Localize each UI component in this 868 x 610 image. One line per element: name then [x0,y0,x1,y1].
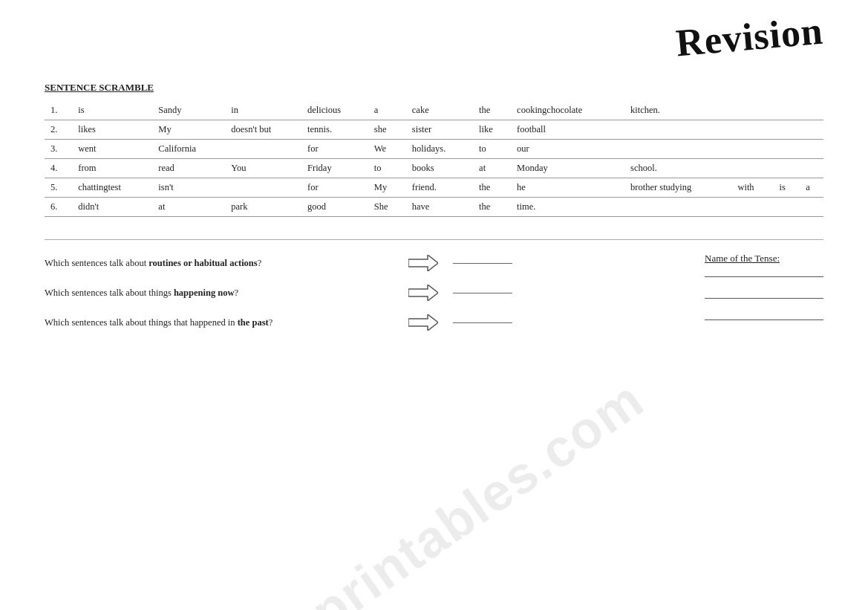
word-cell: to [368,159,406,178]
word-cell: in [225,101,301,120]
word-cell: from [72,159,152,178]
arrow-right-icon [408,314,438,331]
word-cell: kitchen. [624,101,731,120]
word-cell: football [511,120,624,140]
word-cell: brother studying [624,178,731,198]
name-tense-section: Name of the Tense: [705,253,823,341]
arrow-box [401,314,446,331]
question-text: Which sentences talk about things that h… [45,316,401,330]
word-cell: doesn't but [225,120,301,140]
word-cell: didn't [72,198,152,217]
answer-line-short [453,322,512,323]
word-cell: likes [72,120,152,140]
row-number: 3. [45,140,72,159]
table-row: 2.likesMydoesn't buttennis.shesisterlike… [45,120,823,140]
word-cell: he [511,178,624,198]
word-cell: have [406,198,473,217]
word-cell: chattingtest [72,178,152,198]
row-number: 2. [45,120,72,140]
word-cell: our [511,140,624,159]
word-cell: Monday [511,159,624,178]
row-number: 6. [45,198,72,217]
question-text: Which sentences talk about things happen… [45,286,401,300]
svg-marker-0 [408,255,438,271]
name-tense-label: Name of the Tense: [705,253,823,265]
word-cell: she [368,120,406,140]
word-cell: at [152,198,225,217]
word-cell: the [473,178,511,198]
word-cell: time. [511,198,624,217]
word-cell: school. [624,159,731,178]
word-cell: sister [406,120,473,140]
table-row: 3.wentCaliforniaforWeholidays.toour [45,140,823,159]
tense-answer-line-2 [705,298,823,299]
word-cell: cookingchocolate [511,101,624,120]
word-cell: is [72,101,152,120]
word-cell: for [301,178,368,198]
row-number: 1. [45,101,72,120]
word-cell [225,140,301,159]
word-cell: We [368,140,406,159]
word-cell: books [406,159,473,178]
question-text: Which sentences talk about routines or h… [45,256,401,270]
word-cell [225,178,301,198]
word-cell: a [368,101,406,120]
word-cell: cake [406,101,473,120]
arrow-box [401,285,446,301]
table-row: 5.chattingtestisn'tforMyfriend.thehebrot… [45,178,823,198]
arrow-right-icon [408,255,438,271]
word-cell: with [731,178,773,198]
word-cell: isn't [152,178,225,198]
table-row: 6.didn'tatparkgoodShehavethetime. [45,198,823,217]
word-cell: My [368,178,406,198]
tense-answer-line-3 [705,319,823,320]
word-cell: My [152,120,225,140]
word-cell: good [301,198,368,217]
scramble-table: 1.isSandyindeliciousacakethecookingchoco… [45,101,823,217]
word-cell: read [152,159,225,178]
word-cell: holidays. [406,140,473,159]
word-cell: friend. [406,178,473,198]
revision-title: Revision [674,8,825,65]
word-cell: like [473,120,511,140]
word-cell: tennis. [301,120,368,140]
word-cell: You [225,159,301,178]
word-cell: to [473,140,511,159]
word-cell: delicious [301,101,368,120]
word-cell: the [473,101,511,120]
word-cell: at [473,159,511,178]
section-title: SENTENCE SCRAMBLE [45,82,823,94]
row-number: 5. [45,178,72,198]
arrow-box [401,255,446,271]
table-row: 1.isSandyindeliciousacakethecookingchoco… [45,101,823,120]
table-row: 4.fromreadYouFridaytobooksatMondayschool… [45,159,823,178]
word-cell: Sandy [152,101,225,120]
row-number: 4. [45,159,72,178]
answer-line-short [453,263,512,264]
word-cell: park [225,198,301,217]
svg-marker-1 [408,285,438,301]
word-cell: went [72,140,152,159]
word-cell: California [152,140,225,159]
answer-line-short [453,293,512,293]
word-cell: the [473,198,511,217]
arrow-right-icon [408,285,438,301]
word-cell: a [800,178,823,198]
word-cell: for [301,140,368,159]
word-cell: Friday [301,159,368,178]
page: Revision SENTENCE SCRAMBLE 1.isSandyinde… [0,0,868,610]
watermark: ESLprintables.com [214,369,654,610]
tense-answer-line-1 [705,276,823,277]
word-cell: is [774,178,800,198]
svg-marker-2 [408,314,438,331]
word-cell: She [368,198,406,217]
